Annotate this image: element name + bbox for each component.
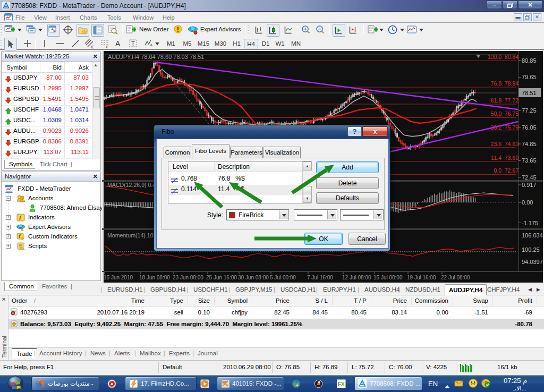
svg-text:7 Jul 16:00: 7 Jul 16:00 — [307, 275, 333, 280]
svg-text:75.79: 75.79 — [505, 124, 518, 131]
svg-text:72.67: 72.67 — [505, 167, 518, 174]
svg-text:X: X — [341, 381, 345, 387]
svg-text:73.65: 73.65 — [522, 157, 537, 164]
svg-text:78.94: 78.94 — [505, 80, 518, 87]
svg-text:61.8: 61.8 — [491, 97, 502, 104]
svg-text:5 Jul 00:00: 5 Jul 00:00 — [270, 275, 296, 280]
svg-text:94.0397: 94.0397 — [522, 259, 543, 265]
svg-text:0.0: 0.0 — [494, 167, 502, 174]
svg-text:80.85: 80.85 — [522, 57, 537, 64]
svg-text:11.4: 11.4 — [491, 155, 502, 161]
svg-text:-1.175: -1.175 — [522, 220, 538, 226]
svg-text:AUDJPY,H4 78.04 78.60 78.03 7: AUDJPY,H4 78.04 78.60 78.03 78.51 — [108, 54, 204, 60]
svg-text:T: T — [131, 40, 135, 47]
svg-text:80.84: 80.84 — [505, 54, 518, 60]
svg-text:72.45: 72.45 — [522, 174, 537, 181]
svg-text:0.00: 0.00 — [522, 199, 533, 206]
svg-text:23.6: 23.6 — [491, 141, 502, 147]
svg-text:106.0344: 106.0344 — [522, 232, 543, 238]
svg-text:100.25: 100.25 — [522, 246, 540, 253]
svg-text:30 Jun 08:00: 30 Jun 08:00 — [238, 275, 269, 280]
svg-text:74.60: 74.60 — [505, 141, 518, 147]
svg-text:100.0: 100.0 — [488, 54, 502, 60]
svg-text:73.60: 73.60 — [505, 155, 518, 161]
svg-text:77.25: 77.25 — [522, 107, 537, 114]
svg-text:79.65: 79.65 — [522, 74, 537, 80]
svg-text:25 Jun 16:00: 25 Jun 16:00 — [206, 275, 237, 280]
svg-text:19 Jul 16:00: 19 Jul 16:00 — [407, 275, 436, 280]
svg-text:76.05: 76.05 — [522, 124, 537, 131]
svg-text:78.51: 78.51 — [522, 90, 537, 96]
svg-text:15 Jul 00:00: 15 Jul 00:00 — [373, 275, 403, 280]
svg-text:23 Jun 00:00: 23 Jun 00:00 — [173, 275, 203, 280]
svg-text:76.75: 76.75 — [505, 110, 518, 117]
svg-text:50.0: 50.0 — [491, 110, 502, 117]
svg-text:76.8: 76.8 — [491, 80, 502, 87]
svg-text:12 Jul 08:00: 12 Jul 08:00 — [342, 275, 371, 280]
svg-text:A: A — [115, 39, 121, 48]
svg-text:18 Jun 08:00: 18 Jun 08:00 — [139, 275, 170, 280]
svg-text:22 Jul 08:00: 22 Jul 08:00 — [441, 275, 470, 280]
svg-text:F: F — [106, 45, 109, 49]
svg-text:0.917: 0.917 — [522, 182, 537, 188]
svg-text:E: E — [91, 45, 94, 49]
svg-text:74.85: 74.85 — [522, 141, 537, 147]
svg-text:15 Jun 2010: 15 Jun 2010 — [104, 275, 133, 280]
svg-text:77.72: 77.72 — [505, 97, 518, 104]
